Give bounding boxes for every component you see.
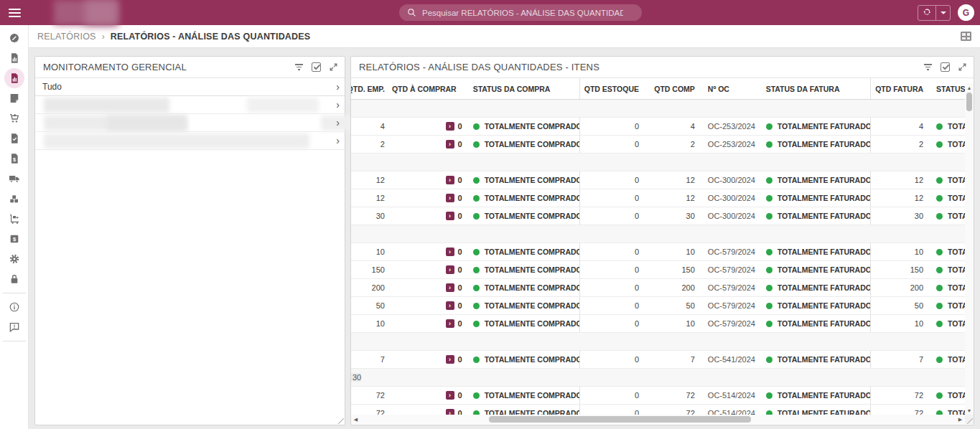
- search-input[interactable]: [422, 9, 623, 17]
- drilldown-badge-icon[interactable]: ›: [446, 194, 454, 202]
- cell-status_compra: TOTALMENTE COMPRADO: [467, 207, 580, 225]
- drilldown-badge-icon[interactable]: ›: [446, 409, 454, 415]
- table-group-row[interactable]: [351, 225, 965, 243]
- column-header-status_fatura[interactable]: STATUS DA FATURA: [759, 78, 871, 99]
- sidebar-item-lock[interactable]: [4, 269, 25, 289]
- cell-value: 0: [458, 265, 462, 274]
- filter-icon[interactable]: [294, 62, 304, 72]
- drilldown-badge-icon[interactable]: ›: [446, 391, 454, 400]
- sidebar-item-document-dollar[interactable]: $: [4, 148, 25, 169]
- drilldown-badge-icon[interactable]: ›: [446, 319, 454, 328]
- user-avatar[interactable]: G: [958, 4, 974, 21]
- scroll-right-icon[interactable]: ▶: [956, 415, 965, 424]
- table-row[interactable]: 72›0TOTALMENTE COMPRADO072OC-514/2024TOT…: [351, 405, 965, 415]
- cell-status_compra: TOTALMENTE COMPRADO: [467, 297, 580, 314]
- column-header-qtd_fatura[interactable]: QTD FATURA: [870, 78, 929, 99]
- table-row[interactable]: 12›0TOTALMENTE COMPRADO012OC-300/2024TOT…: [351, 189, 965, 207]
- table-group-row[interactable]: 30: [351, 369, 965, 387]
- drilldown-badge-icon[interactable]: ›: [446, 122, 454, 131]
- sidebar-item-feedback[interactable]: [4, 317, 25, 337]
- refresh-dropdown-caret-icon[interactable]: [935, 6, 950, 20]
- sidebar-item-note[interactable]: [4, 88, 25, 108]
- scroll-left-icon[interactable]: ◀: [351, 415, 360, 424]
- drilldown-badge-icon[interactable]: ›: [446, 176, 454, 184]
- monitor-list-item-redacted[interactable]: ›: [35, 96, 345, 114]
- status-text: TOTAL: [948, 319, 965, 328]
- sidebar-item-info[interactable]: [4, 297, 25, 317]
- sidebar-item-report-chart[interactable]: [4, 48, 25, 68]
- table-row[interactable]: 150›0TOTALMENTE COMPRADO0150OC-579/2024T…: [351, 261, 965, 279]
- status-green-dot-icon: [473, 195, 480, 202]
- monitor-list-item-redacted[interactable]: ›: [35, 132, 345, 150]
- resize-handle[interactable]: [967, 418, 973, 424]
- table-group-row[interactable]: [351, 100, 965, 118]
- horizontal-scrollbar-thumb[interactable]: [489, 416, 751, 423]
- cell-qtd_emp: 30: [351, 207, 392, 225]
- table-row[interactable]: 2›0TOTALMENTE COMPRADO02OC-253/2024TOTAL…: [351, 136, 965, 154]
- cell-qtd_comp: 10: [646, 315, 700, 332]
- hamburger-menu-icon[interactable]: [0, 0, 29, 25]
- table-group-row[interactable]: [351, 333, 965, 351]
- table-row[interactable]: 4›0TOTALMENTE COMPRADO04OC-253/2024TOTAL…: [351, 118, 965, 136]
- status-text: TOTALMENTE FATURADO: [778, 176, 871, 184]
- cell-qtd_fatura: 200: [870, 279, 929, 296]
- sidebar-item-document-check[interactable]: [4, 128, 25, 148]
- table-group-row[interactable]: [351, 154, 965, 171]
- sidebar-item-report-analysis[interactable]: [4, 68, 25, 88]
- drilldown-badge-icon[interactable]: ›: [446, 355, 454, 364]
- column-header-qtd_comp[interactable]: QTD COMP: [646, 78, 700, 99]
- cell-status_fatura: TOTALMENTE FATURADO: [759, 405, 871, 415]
- sidebar-item-trolley[interactable]: [4, 209, 25, 229]
- expand-icon[interactable]: [957, 62, 968, 72]
- checkbox-icon[interactable]: [311, 62, 322, 72]
- scroll-up-icon[interactable]: ▲: [965, 83, 974, 92]
- column-header-qtd_emp[interactable]: QTD. EMP.: [351, 78, 392, 99]
- sidebar-item-cart-plus[interactable]: [4, 108, 25, 128]
- status-green-dot-icon: [766, 357, 773, 363]
- column-header-status_3[interactable]: STATUS D: [929, 78, 965, 99]
- sidebar-item-dollar-square[interactable]: $: [4, 229, 25, 249]
- monitor-list-item[interactable]: Tudo›: [35, 78, 345, 96]
- redacted-text: [107, 116, 186, 131]
- drilldown-badge-icon[interactable]: ›: [446, 212, 454, 220]
- breadcrumb-parent[interactable]: RELATÓRIOS: [37, 32, 96, 42]
- drilldown-badge-icon[interactable]: ›: [446, 301, 454, 310]
- column-header-qtd_estoque[interactable]: QTD ESTOQUE: [579, 78, 646, 99]
- sidebar-item-pallet[interactable]: [4, 189, 25, 209]
- table-row[interactable]: 200›0TOTALMENTE COMPRADO0200OC-579/2024T…: [351, 279, 965, 297]
- cell-qtd_emp: 12: [351, 171, 392, 189]
- drilldown-badge-icon[interactable]: ›: [446, 140, 454, 148]
- column-header-status_compra[interactable]: STATUS DA COMPRA: [467, 78, 580, 99]
- status-text: TOTALMENTE FATURADO: [778, 355, 871, 364]
- cell-qtd_estoque: 0: [579, 136, 646, 153]
- table-row[interactable]: 50›0TOTALMENTE COMPRADO050OC-579/2024TOT…: [351, 297, 965, 315]
- table-row[interactable]: 10›0TOTALMENTE COMPRADO010OC-579/2024TOT…: [351, 315, 965, 333]
- expand-icon[interactable]: [328, 62, 339, 72]
- scroll-down-icon[interactable]: ▼: [965, 406, 974, 415]
- drilldown-badge-icon[interactable]: ›: [446, 248, 454, 256]
- table-row[interactable]: 30›0TOTALMENTE COMPRADO030OC-300/2024TOT…: [351, 207, 965, 225]
- sidebar-item-dashboard[interactable]: [4, 28, 25, 48]
- sidebar-item-gear[interactable]: [4, 249, 25, 269]
- cell-qtd_emp: 10: [351, 243, 392, 260]
- column-header-qtd_a_comprar[interactable]: QTD À COMPRAR: [392, 78, 467, 99]
- monitor-list-item-redacted[interactable]: ›: [35, 114, 345, 132]
- horizontal-scrollbar[interactable]: ◀ ▶: [351, 415, 965, 424]
- vertical-scrollbar-thumb[interactable]: [966, 93, 972, 111]
- drilldown-badge-icon[interactable]: ›: [446, 283, 454, 292]
- cell-qtd_fatura: 30: [870, 207, 929, 225]
- checkbox-icon[interactable]: [940, 62, 951, 72]
- vertical-scrollbar[interactable]: ▲ ▼: [965, 83, 974, 415]
- resize-handle[interactable]: [338, 418, 344, 424]
- drilldown-badge-icon[interactable]: ›: [446, 265, 454, 274]
- table-row[interactable]: 7›0TOTALMENTE COMPRADO07OC-541/2024TOTAL…: [351, 351, 965, 369]
- table-row[interactable]: 12›0TOTALMENTE COMPRADO012OC-300/2024TOT…: [351, 171, 965, 189]
- refresh-icon[interactable]: [918, 6, 935, 20]
- app-logo-highlight: [85, 0, 117, 25]
- table-row[interactable]: 72›0TOTALMENTE COMPRADO072OC-514/2024TOT…: [351, 387, 965, 405]
- filter-icon[interactable]: [923, 62, 933, 72]
- sidebar-item-truck[interactable]: [4, 169, 25, 189]
- column-header-n_oc[interactable]: Nº OC: [700, 78, 759, 99]
- layout-grid-icon[interactable]: [961, 32, 971, 41]
- table-row[interactable]: 10›0TOTALMENTE COMPRADO010OC-579/2024TOT…: [351, 243, 965, 261]
